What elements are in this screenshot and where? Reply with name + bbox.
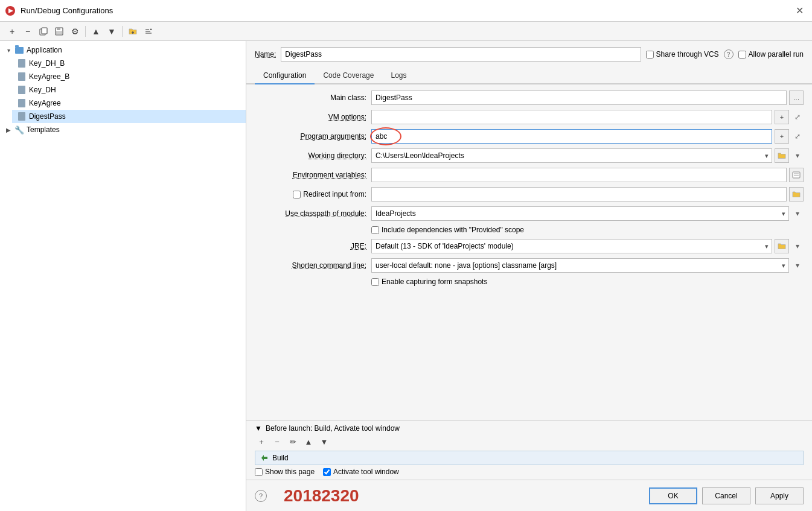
working-dir-browse-button[interactable]	[775, 148, 789, 163]
working-dir-input[interactable]	[371, 148, 772, 163]
main-class-input[interactable]	[371, 90, 787, 105]
digestpass-label: DigestPass	[29, 112, 66, 121]
redirect-browse-button[interactable]	[789, 187, 804, 202]
env-vars-input[interactable]	[371, 168, 787, 182]
shorten-cmd-select[interactable]: user-local default: none - java [options…	[371, 258, 789, 273]
cancel-button[interactable]: Cancel	[702, 487, 750, 504]
main-class-control: …	[371, 90, 804, 105]
allow-parallel-label: Allow parallel run	[749, 50, 804, 59]
right-panel: Name: Share through VCS ? Allow parallel…	[246, 41, 812, 511]
working-dir-expand-button[interactable]: ▾	[791, 150, 804, 162]
key-dh-b-label: Key_DH_B	[29, 59, 65, 68]
bottom-bar: ? 20182320 OK Cancel Apply	[246, 480, 812, 511]
share-vcs-checkbox[interactable]	[646, 51, 654, 59]
copy-button[interactable]	[36, 24, 51, 39]
tab-configuration[interactable]: Configuration	[255, 68, 315, 84]
name-input[interactable]	[281, 47, 641, 62]
sort-button[interactable]	[141, 24, 156, 39]
watermark-text: 20182320	[284, 486, 359, 506]
bottom-help-icon[interactable]: ?	[255, 490, 267, 502]
program-args-expand-button[interactable]: ⤢	[791, 130, 804, 142]
enable-capturing-checkbox[interactable]	[371, 278, 379, 286]
classpath-select[interactable]: IdeaProjects	[371, 206, 789, 221]
move-down-button[interactable]: ▼	[104, 24, 119, 39]
chevron-right-icon: ▶	[5, 126, 12, 133]
bl-edit-button[interactable]: ✏	[286, 435, 299, 448]
config-panel: Main class: … VM options: + ⤢ Program ar…	[246, 84, 812, 420]
tree-section: ▾ Application Key_DH_B KeyAgree_	[0, 41, 246, 139]
window-title: Run/Debug Configurations	[21, 6, 787, 15]
tree-item-key-dh[interactable]: Key_DH	[12, 83, 246, 97]
include-deps-checkbox[interactable]	[371, 226, 379, 234]
program-args-container	[371, 129, 772, 144]
program-args-label: Program arguments:	[255, 132, 366, 141]
svg-rect-6	[56, 31, 62, 34]
settings-button[interactable]: ⚙	[68, 24, 82, 39]
apply-button[interactable]: Apply	[755, 487, 804, 504]
main-class-browse-button[interactable]: …	[789, 90, 804, 105]
allow-parallel-checkbox[interactable]	[738, 51, 746, 59]
ok-button[interactable]: OK	[649, 487, 697, 504]
program-args-add-button[interactable]: +	[775, 129, 789, 144]
enable-capturing-row: Enable capturing form snapshots	[255, 278, 804, 286]
build-label: Build	[272, 454, 289, 462]
bl-add-button[interactable]: +	[255, 435, 268, 448]
save-button[interactable]	[52, 24, 66, 39]
jre-browse-button[interactable]	[775, 239, 789, 253]
vm-options-add-button[interactable]: +	[775, 110, 789, 124]
app-icon	[5, 5, 16, 16]
move-up-button[interactable]: ▲	[89, 24, 103, 39]
jre-label: JRE:	[255, 242, 366, 250]
application-children: Key_DH_B KeyAgree_B Key_DH	[0, 57, 246, 123]
redirect-input[interactable]	[371, 187, 787, 202]
vm-options-input[interactable]	[371, 110, 772, 124]
enable-capturing-control: Enable capturing form snapshots	[371, 278, 804, 286]
show-page-checkbox[interactable]	[255, 468, 263, 476]
shorten-cmd-row: Shorten command line: user-local default…	[255, 258, 804, 273]
svg-marker-15	[261, 455, 267, 461]
jre-select[interactable]: Default (13 - SDK of 'IdeaProjects' modu…	[371, 239, 772, 253]
redirect-label: Redirect input from:	[303, 190, 366, 198]
jre-expand-button[interactable]: ▾	[791, 240, 804, 252]
tab-logs[interactable]: Logs	[382, 68, 415, 84]
file-icon-keyagree	[17, 98, 27, 108]
env-vars-browse-button[interactable]	[789, 168, 804, 182]
folder-button[interactable]	[126, 24, 140, 39]
shorten-cmd-control: user-local default: none - java [options…	[371, 258, 804, 273]
before-launch-header[interactable]: ▼ Before launch: Build, Activate tool wi…	[255, 424, 804, 435]
tree-item-digestpass[interactable]: DigestPass	[12, 110, 246, 123]
working-dir-row: Working directory: ▾	[255, 148, 804, 163]
tree-item-keyagree-b[interactable]: KeyAgree_B	[12, 70, 246, 83]
bl-remove-button[interactable]: −	[270, 435, 284, 448]
bl-down-button[interactable]: ▼	[318, 435, 331, 448]
vm-options-expand-button[interactable]: ⤢	[791, 111, 804, 123]
close-button[interactable]: ✕	[792, 4, 807, 17]
include-deps-control: Include dependencies with "Provided" sco…	[371, 226, 804, 234]
application-label: Application	[27, 46, 62, 54]
file-icon-key-dh	[17, 85, 27, 95]
vm-options-label: VM options:	[255, 113, 366, 121]
application-folder-icon	[14, 45, 24, 55]
tree-application-group[interactable]: ▾ Application	[0, 43, 246, 57]
activate-window-checkbox[interactable]	[323, 468, 331, 476]
before-launch-chevron-icon: ▼	[255, 424, 262, 433]
add-button[interactable]: +	[5, 24, 19, 39]
enable-capturing-label: Enable capturing form snapshots	[382, 278, 487, 286]
tree-item-keyagree[interactable]: KeyAgree	[12, 97, 246, 110]
help-icon[interactable]: ?	[724, 49, 734, 59]
remove-button[interactable]: −	[21, 24, 35, 39]
classpath-expand-button[interactable]: ▾	[791, 208, 804, 220]
file-icon-keyagree-b	[17, 72, 27, 81]
program-args-input[interactable]	[371, 129, 772, 144]
keyagree-b-label: KeyAgree_B	[29, 72, 69, 81]
tree-templates-group[interactable]: ▶ 🔧 Templates	[0, 123, 246, 136]
templates-label: Templates	[27, 125, 60, 134]
name-field-label: Name:	[255, 50, 276, 59]
redirect-checkbox[interactable]	[293, 191, 301, 198]
show-page-group: Show this page	[255, 468, 315, 476]
bl-up-button[interactable]: ▲	[302, 435, 315, 448]
shorten-cmd-expand-button[interactable]: ▾	[791, 259, 804, 271]
tree-item-key-dh-b[interactable]: Key_DH_B	[12, 57, 246, 70]
tab-code-coverage[interactable]: Code Coverage	[315, 68, 382, 84]
share-vcs-label: Share through VCS	[656, 50, 719, 59]
